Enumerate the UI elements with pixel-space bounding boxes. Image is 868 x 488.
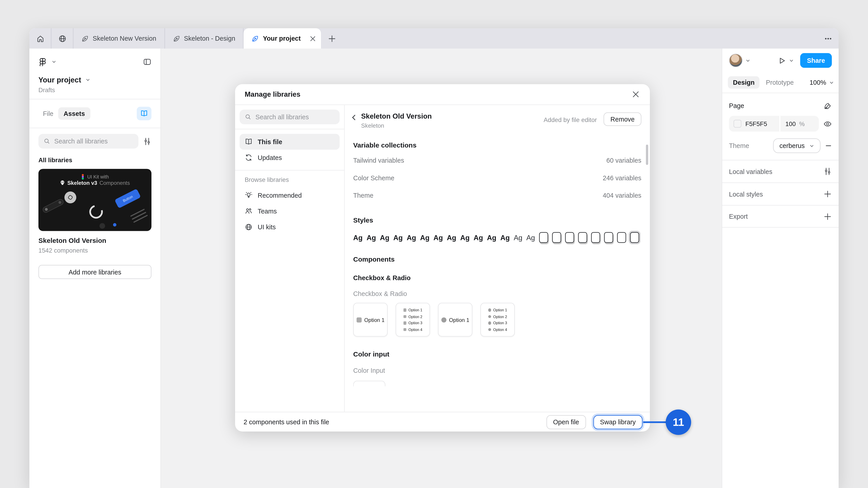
zoom-control[interactable]: 100% xyxy=(809,79,834,86)
variables-sliders-icon[interactable] xyxy=(824,167,832,176)
present-play-icon[interactable] xyxy=(778,56,786,65)
chevron-down-icon[interactable] xyxy=(85,77,90,83)
chevron-down-icon[interactable] xyxy=(52,59,57,64)
figma-file-icon xyxy=(173,35,180,42)
theme-select[interactable]: cerberus xyxy=(773,138,820,153)
nav-item-label: UI kits xyxy=(258,224,276,230)
tab-prototype[interactable]: Prototype xyxy=(761,76,799,89)
swatch-book-icon[interactable] xyxy=(824,101,832,110)
local-styles-row[interactable]: Local styles xyxy=(722,183,839,205)
thumb-decor-dot xyxy=(99,223,105,229)
tab-file[interactable]: File xyxy=(38,107,58,120)
share-button[interactable]: Share xyxy=(800,53,832,68)
text-styles-row: Ag Ag Ag Ag Ag Ag Ag Ag Ag Ag Ag xyxy=(353,232,642,243)
search-input[interactable] xyxy=(54,138,133,144)
all-libraries-heading: All libraries xyxy=(38,157,151,163)
tab-your-project[interactable]: Your project xyxy=(244,28,321,48)
local-variables-row[interactable]: Local variables xyxy=(722,160,839,183)
right-panel: Share Design Prototype 100% Page xyxy=(722,48,839,488)
library-count: 1542 components xyxy=(38,247,151,254)
nav-item-updates[interactable]: Updates xyxy=(240,150,340,166)
window-menu-button[interactable] xyxy=(817,28,839,48)
scrollbar-thumb[interactable] xyxy=(646,144,648,165)
style-sample-ag: Ag xyxy=(434,234,443,241)
section-styles: Styles xyxy=(353,217,642,224)
library-search-field[interactable] xyxy=(38,134,138,149)
search-icon xyxy=(245,113,252,121)
remove-button[interactable]: Remove xyxy=(603,112,641,126)
style-sample-ag: Ag xyxy=(407,234,416,241)
effect-style-swatch xyxy=(552,232,561,243)
chevron-down-icon[interactable] xyxy=(745,58,751,63)
divider xyxy=(235,129,344,129)
library-thumbnail[interactable]: UI Kit with Skeleton v3 Components Butto… xyxy=(38,169,151,231)
divider xyxy=(235,170,344,171)
open-file-button[interactable]: Open file xyxy=(546,415,586,429)
home-button[interactable] xyxy=(29,28,51,48)
globe-icon xyxy=(245,223,253,231)
effect-style-swatch xyxy=(565,232,574,243)
design-canvas[interactable]: Manage libraries This fil xyxy=(161,48,722,488)
new-tab-button[interactable] xyxy=(321,28,342,48)
variable-name: Tailwind variables xyxy=(353,157,404,164)
filter-sliders-icon[interactable] xyxy=(143,137,152,145)
annotation-connector-line xyxy=(643,421,666,423)
plus-icon[interactable] xyxy=(824,212,832,221)
swap-library-highlight: Swap library xyxy=(592,413,644,431)
tab-skeleton-new-version[interactable]: Skeleton New Version xyxy=(73,28,164,48)
style-sample-ag: Ag xyxy=(460,234,470,241)
project-location[interactable]: Drafts xyxy=(38,87,151,93)
eye-icon[interactable] xyxy=(824,120,832,128)
page-color-field[interactable]: F5F5F5 xyxy=(729,116,780,132)
local-variables-label: Local variables xyxy=(729,168,824,175)
theme-label: Theme xyxy=(729,142,769,149)
close-tab-icon[interactable] xyxy=(310,35,316,41)
style-sample-ag: Ag xyxy=(367,234,376,241)
export-row[interactable]: Export xyxy=(722,205,839,228)
tab-assets[interactable]: Assets xyxy=(58,107,90,120)
skull-icon xyxy=(60,180,65,186)
tab-label: Your project xyxy=(263,35,301,42)
libraries-button[interactable] xyxy=(137,107,151,121)
project-name[interactable]: Your project xyxy=(38,76,81,84)
opacity-value[interactable]: 100 xyxy=(785,121,796,127)
component-card-radio-group[interactable]: Option 1 Option 2 Option 3 Option 4 xyxy=(480,303,515,337)
tab-skeleton-design[interactable]: Skeleton - Design xyxy=(165,28,243,48)
radio-icon xyxy=(441,317,446,322)
color-chip[interactable] xyxy=(734,120,741,128)
tab-design[interactable]: Design xyxy=(728,76,760,89)
component-card-checkbox-group[interactable]: Option 1 Option 2 Option 3 Option 4 xyxy=(396,303,430,337)
thumb-decor-spinner xyxy=(87,203,105,221)
nav-item-ui-kits[interactable]: UI kits xyxy=(240,219,340,235)
component-card-radio[interactable]: Option 1 xyxy=(438,303,473,337)
chevron-down-icon[interactable] xyxy=(789,58,794,63)
swap-library-button[interactable]: Swap library xyxy=(593,415,643,429)
add-more-libraries-button[interactable]: Add more libraries xyxy=(38,265,151,279)
nav-item-teams[interactable]: Teams xyxy=(240,203,340,219)
collapse-sidebar-icon[interactable] xyxy=(143,57,152,66)
variable-row: Tailwind variables 60 variables xyxy=(353,151,642,169)
dialog-close-button[interactable] xyxy=(629,88,643,101)
remove-theme-icon[interactable] xyxy=(825,142,832,149)
nav-item-this-file[interactable]: This file xyxy=(240,134,340,150)
plus-icon[interactable] xyxy=(824,190,832,198)
community-button[interactable] xyxy=(52,28,73,48)
nav-item-recommended[interactable]: Recommended xyxy=(240,188,340,203)
effect-style-swatch xyxy=(578,232,587,243)
dialog-search-field[interactable] xyxy=(240,109,340,124)
figma-logo-icon[interactable] xyxy=(38,57,47,66)
library-title[interactable]: Skeleton Old Version xyxy=(38,237,151,245)
tab-label: Skeleton - Design xyxy=(184,35,235,42)
effect-style-swatch xyxy=(591,232,600,243)
thumb-line2-rest: Components xyxy=(99,180,130,186)
page-section: Page F5F5F5 100 % xyxy=(722,93,839,160)
section-variable-collections: Variable collections xyxy=(353,141,642,149)
back-chevron-icon[interactable] xyxy=(351,115,357,121)
nav-item-label: Recommended xyxy=(258,192,302,199)
component-card-checkbox[interactable]: Option 1 xyxy=(353,303,388,337)
page-opacity-field[interactable]: 100 % xyxy=(780,116,819,132)
dialog-search-input[interactable] xyxy=(255,113,335,121)
color-hex-value[interactable]: F5F5F5 xyxy=(745,121,767,127)
checkbox-icon xyxy=(356,317,362,322)
user-avatar[interactable] xyxy=(729,54,743,67)
